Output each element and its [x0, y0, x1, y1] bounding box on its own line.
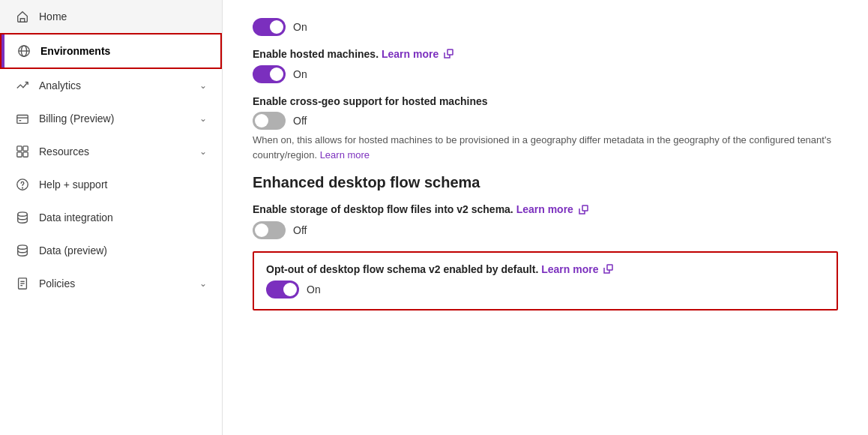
- storage-label: Enable storage of desktop flow files int…: [253, 203, 838, 216]
- resources-icon: [15, 144, 30, 159]
- sidebar-item-data-integration[interactable]: Data integration: [0, 201, 222, 234]
- storage-toggle[interactable]: [253, 221, 286, 239]
- svg-rect-20: [447, 50, 453, 55]
- top-toggle[interactable]: [253, 18, 286, 36]
- sidebar-item-analytics-label: Analytics: [39, 80, 190, 92]
- opt-out-highlighted-box: Opt-out of desktop flow schema v2 enable…: [253, 251, 838, 310]
- enhanced-schema-title: Enhanced desktop flow schema: [253, 174, 838, 191]
- top-toggle-row: On: [253, 18, 838, 36]
- opt-out-learn-more[interactable]: Learn more: [541, 263, 598, 275]
- opt-out-toggle-label: On: [307, 284, 321, 296]
- svg-rect-10: [17, 152, 22, 157]
- sidebar-item-resources-label: Resources: [39, 146, 190, 158]
- chevron-down-icon-policies: ⌄: [199, 278, 207, 289]
- sidebar-item-home[interactable]: Home: [0, 0, 222, 33]
- top-toggle-label: On: [293, 21, 307, 33]
- storage-learn-more[interactable]: Learn more: [516, 203, 573, 215]
- cross-geo-setting: Enable cross-geo support for hosted mach…: [253, 95, 838, 162]
- chevron-down-icon-billing: ⌄: [199, 113, 207, 124]
- billing-icon: [15, 111, 30, 126]
- sidebar-item-billing-label: Billing (Preview): [39, 112, 190, 124]
- cross-geo-label: Enable cross-geo support for hosted mach…: [253, 95, 838, 107]
- external-link-icon: [444, 49, 453, 61]
- hosted-machines-toggle-knob: [270, 68, 283, 81]
- main-content: On Enable hosted machines. Learn more On…: [223, 0, 868, 435]
- sidebar-item-help-label: Help + support: [39, 178, 207, 190]
- storage-toggle-knob: [255, 224, 268, 237]
- top-toggle-container: On: [253, 18, 838, 36]
- svg-rect-5: [17, 116, 28, 124]
- storage-toggle-row: Off: [253, 221, 838, 239]
- top-toggle-knob: [270, 20, 283, 34]
- sidebar-item-policies-label: Policies: [39, 278, 190, 290]
- cross-geo-toggle-row: Off: [253, 112, 838, 130]
- hosted-machines-label: Enable hosted machines. Learn more: [253, 48, 838, 61]
- opt-out-toggle-row: On: [266, 280, 825, 298]
- svg-rect-21: [582, 206, 588, 211]
- cross-geo-toggle-label: Off: [293, 115, 307, 127]
- hosted-machines-toggle-label: On: [293, 68, 307, 80]
- sidebar-item-environments-label: Environments: [40, 45, 205, 57]
- sidebar-item-analytics[interactable]: Analytics ⌄: [0, 69, 222, 102]
- sidebar-item-resources[interactable]: Resources ⌄: [0, 135, 222, 168]
- sidebar-item-billing[interactable]: Billing (Preview) ⌄: [0, 102, 222, 135]
- sidebar: Home Environments Analytics ⌄ Billing (P…: [0, 0, 223, 435]
- cross-geo-description: When on, this allows for hosted machines…: [253, 133, 838, 162]
- svg-point-15: [18, 245, 28, 249]
- svg-point-14: [18, 212, 28, 216]
- hosted-machines-toggle-row: On: [253, 65, 838, 83]
- cross-geo-toggle-knob: [255, 114, 268, 128]
- cross-geo-toggle[interactable]: [253, 112, 286, 130]
- cross-geo-learn-more[interactable]: Learn more: [320, 149, 370, 160]
- hosted-machines-setting: Enable hosted machines. Learn more On: [253, 48, 838, 83]
- globe-icon: [16, 44, 31, 58]
- chevron-down-icon: ⌄: [199, 80, 207, 91]
- opt-out-toggle[interactable]: [266, 280, 299, 298]
- svg-rect-8: [17, 146, 22, 151]
- opt-out-label: Opt-out of desktop flow schema v2 enable…: [266, 263, 825, 276]
- analytics-icon: [15, 78, 30, 93]
- sidebar-item-data-preview[interactable]: Data (preview): [0, 234, 222, 267]
- enhanced-schema-section: Enhanced desktop flow schema Enable stor…: [253, 174, 838, 310]
- storage-external-icon: [579, 205, 588, 217]
- storage-setting: Enable storage of desktop flow files int…: [253, 203, 838, 238]
- data-preview-icon: [15, 243, 30, 258]
- help-icon: [15, 177, 30, 192]
- sidebar-item-data-integration-label: Data integration: [39, 212, 207, 224]
- chevron-down-icon-resources: ⌄: [199, 146, 207, 157]
- svg-rect-9: [23, 146, 28, 151]
- storage-toggle-label: Off: [293, 224, 307, 236]
- opt-out-toggle-knob: [283, 283, 297, 296]
- hosted-machines-toggle[interactable]: [253, 65, 286, 83]
- sidebar-item-data-preview-label: Data (preview): [39, 244, 207, 256]
- svg-rect-22: [607, 265, 612, 270]
- svg-rect-11: [23, 152, 28, 157]
- home-icon: [15, 9, 30, 24]
- policies-icon: [15, 276, 30, 291]
- sidebar-item-home-label: Home: [39, 10, 207, 22]
- sidebar-item-policies[interactable]: Policies ⌄: [0, 267, 222, 300]
- data-integration-icon: [15, 210, 30, 225]
- svg-point-13: [22, 188, 23, 188]
- sidebar-item-help-support[interactable]: Help + support: [0, 168, 222, 201]
- hosted-machines-learn-more[interactable]: Learn more: [382, 48, 438, 60]
- active-indicator: [1, 34, 4, 68]
- opt-out-external-icon: [603, 264, 613, 276]
- sidebar-item-environments[interactable]: Environments: [0, 33, 222, 69]
